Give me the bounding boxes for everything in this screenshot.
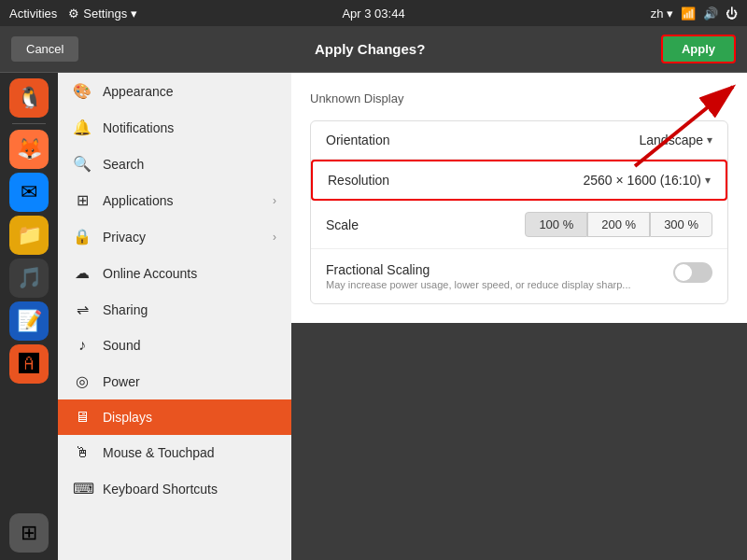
sidebar-item-keyboard-shortcuts[interactable]: ⌨ Keyboard Shortcuts [58,470,291,507]
sound-icon: ♪ [73,337,92,354]
scale-200-button[interactable]: 200 % [587,212,650,237]
cancel-button[interactable]: Cancel [11,36,78,62]
power-icon[interactable]: ⏻ [726,7,738,21]
dock-icon-grid[interactable]: ⊞ [9,513,49,553]
scale-label: Scale [326,217,525,232]
resolution-dropdown[interactable]: 2560 × 1600 (16:10) ▾ [584,173,712,188]
fractional-scaling-row: Fractional Scaling May increase power us… [311,249,727,303]
sidebar-item-privacy[interactable]: 🔒 Privacy › [58,218,291,255]
power-icon: ◎ [73,372,92,390]
sidebar-label-power: Power [103,374,140,389]
apply-button[interactable]: Apply [661,35,736,63]
dropdown-arrow-icon: ▾ [705,174,711,187]
dock-icon-appstore[interactable]: 🅰 [9,344,49,384]
sidebar-item-mouse-touchpad[interactable]: 🖱 Mouse & Touchpad [58,435,291,470]
sidebar-label-displays: Displays [103,410,152,425]
dock-icon-firefox[interactable]: 🦊 [9,130,49,169]
scale-row: Scale 100 % 200 % 300 % [311,201,727,249]
display-settings-panel: Unknown Display Orientation Landscape ▾ … [291,73,747,323]
settings-menu[interactable]: ⚙ Settings ▾ [68,7,137,21]
fractional-scaling-toggle[interactable] [673,262,712,283]
orientation-value: Landscape [639,133,703,147]
network-icon[interactable]: 📶 [681,7,696,21]
topbar: Activities ⚙ Settings ▾ Apr 3 03:44 zh ▾… [0,0,747,26]
lang-selector[interactable]: zh ▾ [651,7,673,21]
scale-100-button[interactable]: 100 % [525,212,587,237]
apply-changes-title: Apply Changes? [90,41,649,57]
chevron-right-icon: › [273,194,276,207]
sidebar-label-sharing: Sharing [103,302,148,317]
keyboard-icon: ⌨ [73,480,92,497]
dock-icon-thunderbird[interactable]: ✉ [9,173,49,212]
sidebar-item-displays[interactable]: 🖥 Displays [58,399,291,435]
volume-icon[interactable]: 🔊 [703,7,718,21]
scale-300-button[interactable]: 300 % [650,212,712,237]
sidebar-label-privacy: Privacy [103,230,146,245]
dock-icon-writer[interactable]: 📝 [9,301,49,341]
sidebar-label-keyboard-shortcuts: Keyboard Shortcuts [103,482,218,497]
notifications-icon: 🔔 [73,119,92,136]
sidebar-item-sound[interactable]: ♪ Sound [58,328,291,363]
content-area: Unknown Display Orientation Landscape ▾ … [291,73,747,560]
sidebar-label-online-accounts: Online Accounts [103,266,197,281]
sidebar-label-mouse-touchpad: Mouse & Touchpad [103,445,215,460]
dock-icon-files[interactable]: 📁 [9,216,49,255]
sidebar-label-applications: Applications [103,193,174,208]
displays-icon: 🖥 [73,409,92,426]
sidebar-label-appearance: Appearance [103,84,174,99]
sidebar-item-power[interactable]: ◎ Power [58,363,291,399]
appearance-icon: 🎨 [73,82,92,100]
sidebar-label-notifications: Notifications [103,120,174,135]
sidebar-label-search: Search [103,157,144,172]
fractional-scaling-label: Fractional Scaling [326,262,673,277]
main-area: 🐧 🦊 ✉ 📁 🎵 📝 🅰 ⊞ 🎨 Appearance 🔔 Notificat… [0,73,747,560]
lang-arrow-icon: ▾ [667,7,673,21]
fractional-scaling-desc: May increase power usage, lower speed, o… [326,279,673,290]
sidebar: 🎨 Appearance 🔔 Notifications 🔍 Search ⊞ … [58,73,291,560]
gear-icon: ⚙ [68,7,79,21]
chevron-right-icon: › [273,231,276,244]
applications-icon: ⊞ [73,191,92,209]
datetime-label: Apr 3 03:44 [342,7,404,21]
sidebar-item-online-accounts[interactable]: ☁ Online Accounts [58,255,291,291]
apply-bar: Cancel Apply Changes? Apply [0,26,747,73]
orientation-label: Orientation [326,133,639,147]
sidebar-item-notifications[interactable]: 🔔 Notifications [58,109,291,146]
sidebar-item-search[interactable]: 🔍 Search [58,146,291,182]
sharing-icon: ⇌ [73,301,92,318]
sidebar-item-applications[interactable]: ⊞ Applications › [58,182,291,218]
dock-divider [12,123,46,124]
resolution-row: Resolution 2560 × 1600 (16:10) ▾ [311,160,727,201]
display-settings-card: Orientation Landscape ▾ Resolution 2560 … [310,120,728,304]
activities-button[interactable]: Activities [9,7,57,21]
settings-arrow-icon: ▾ [131,7,137,21]
resolution-value: 2560 × 1600 (16:10) [584,173,702,188]
resolution-label: Resolution [328,173,584,188]
search-icon: 🔍 [73,155,92,173]
scale-buttons: 100 % 200 % 300 % [525,212,712,237]
sidebar-item-sharing[interactable]: ⇌ Sharing [58,291,291,328]
dock-icon-rhythmbox[interactable]: 🎵 [9,259,49,298]
display-section-title: Unknown Display [310,91,728,105]
dropdown-arrow-icon: ▾ [707,133,712,147]
privacy-icon: 🔒 [73,228,92,245]
mouse-icon: 🖱 [73,444,92,461]
sidebar-label-sound: Sound [103,338,140,353]
dock: 🐧 🦊 ✉ 📁 🎵 📝 🅰 ⊞ [0,73,58,560]
dock-icon-ubuntu[interactable]: 🐧 [9,78,49,118]
orientation-dropdown[interactable]: Landscape ▾ [639,133,712,147]
sidebar-item-appearance[interactable]: 🎨 Appearance [58,73,291,109]
online-accounts-icon: ☁ [73,264,92,282]
orientation-row: Orientation Landscape ▾ [311,121,727,160]
